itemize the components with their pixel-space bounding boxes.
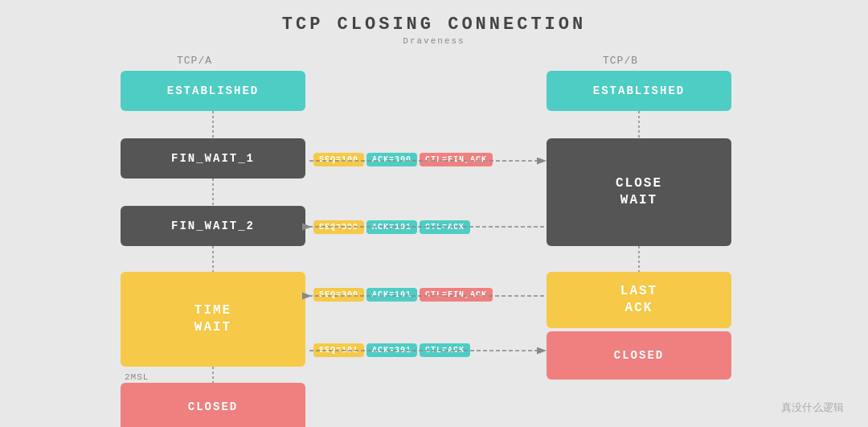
col-label-b: TCP/B	[603, 55, 638, 67]
p3-ack: ACK=101	[366, 288, 417, 302]
label-2msl: 2MSL	[125, 372, 149, 382]
page-title: TCP CLOSING CONNECTION	[0, 14, 868, 35]
p2-seq: SEQ=300	[313, 220, 364, 234]
packet-row-3: SEQ=300 ACK=101 CTL=FIN,ACK	[313, 288, 493, 302]
col-label-a: TCP/A	[177, 55, 212, 67]
p3-seq: SEQ=300	[313, 288, 364, 302]
state-close-wait: CLOSE WAIT	[547, 138, 731, 246]
state-fin-wait-2: FIN_WAIT_2	[121, 206, 305, 246]
state-time-wait: TIME WAIT	[121, 272, 305, 367]
p1-ack: ACK=300	[366, 153, 417, 166]
p2-ack: ACK=101	[366, 220, 417, 234]
watermark: 真没什么逻辑	[781, 400, 844, 415]
state-closed-b: CLOSED	[547, 331, 731, 380]
packet-row-2: SEQ=300 ACK=101 CTL=ACK	[313, 220, 470, 234]
packet-row-1: SEQ=100 ACK=300 CTL=FIN,ACK	[313, 153, 493, 166]
p1-ctl: CTL=FIN,ACK	[420, 153, 493, 166]
state-closed-a: CLOSED	[121, 383, 305, 427]
state-established-a: ESTABLISHED	[121, 71, 305, 111]
state-last-ack: LAST ACK	[547, 272, 731, 328]
state-established-b: ESTABLISHED	[547, 71, 731, 111]
p3-ctl: CTL=FIN,ACK	[420, 288, 493, 302]
packet-row-4: SEQ=101 ACK=301 CTL=ACK	[313, 343, 470, 357]
p1-seq: SEQ=100	[313, 153, 364, 166]
p4-ctl: CTL=ACK	[420, 343, 470, 357]
p4-seq: SEQ=101	[313, 343, 364, 357]
p2-ctl: CTL=ACK	[420, 220, 470, 234]
state-fin-wait-1: FIN_WAIT_1	[121, 138, 305, 179]
subtitle: Draveness	[0, 36, 868, 46]
p4-ack: ACK=301	[366, 343, 417, 357]
